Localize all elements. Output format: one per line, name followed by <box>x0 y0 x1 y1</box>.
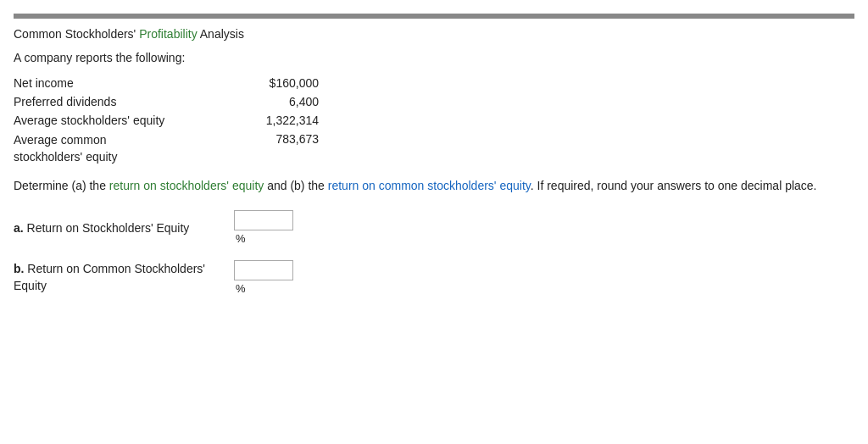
preferred-dividends-value: 6,400 <box>234 95 319 108</box>
page-container: Common Stockholders' Profitability Analy… <box>0 0 868 444</box>
net-income-value: $160,000 <box>234 76 319 90</box>
data-row-avg-stockholders-equity: Average stockholders' equity 1,322,314 <box>14 114 854 127</box>
answer-a-input-group: % <box>234 210 293 245</box>
data-row-net-income: Net income $160,000 <box>14 76 854 90</box>
answer-row-b: b. Return on Common Stockholders'Equity … <box>14 260 854 295</box>
answer-section: a. Return on Stockholders' Equity % b. R… <box>14 210 854 295</box>
data-row-preferred-dividends: Preferred dividends 6,400 <box>14 95 854 108</box>
answer-a-input[interactable] <box>234 210 293 230</box>
preferred-dividends-label: Preferred dividends <box>14 95 234 108</box>
link-return-on-common-equity: return on common stockholders' equity <box>328 179 531 192</box>
avg-stockholders-equity-value: 1,322,314 <box>234 114 319 127</box>
instructions-middle: and (b) the <box>264 179 328 192</box>
avg-stockholders-equity-label: Average stockholders' equity <box>14 114 234 127</box>
answer-a-percent: % <box>236 232 246 245</box>
intro-text: A company reports the following: <box>14 51 854 64</box>
answer-b-input[interactable] <box>234 260 293 280</box>
answer-a-label: a. Return on Stockholders' Equity <box>14 221 234 235</box>
instructions-prefix: Determine (a) the <box>14 179 109 192</box>
answer-row-a: a. Return on Stockholders' Equity % <box>14 210 854 245</box>
page-title: Common Stockholders' Profitability Analy… <box>14 27 854 41</box>
avg-common-equity-value: 783,673 <box>234 132 319 146</box>
top-bar <box>14 14 854 19</box>
instructions-text: Determine (a) the return on stockholders… <box>14 177 854 195</box>
title-prefix: Common Stockholders' <box>14 27 139 41</box>
net-income-label: Net income <box>14 76 234 90</box>
data-row-avg-common-equity: Average commonstockholders' equity 783,6… <box>14 132 854 165</box>
answer-b-input-group: % <box>234 260 293 295</box>
title-suffix: Analysis <box>198 27 244 41</box>
avg-common-equity-label: Average commonstockholders' equity <box>14 132 234 165</box>
answer-b-label: b. Return on Common Stockholders'Equity <box>14 261 234 294</box>
answer-b-percent: % <box>236 282 246 295</box>
title-highlight: Profitability <box>139 27 197 41</box>
data-table: Net income $160,000 Preferred dividends … <box>14 76 854 165</box>
instructions-suffix: . If required, round your answers to one… <box>531 179 817 192</box>
link-return-on-equity: return on stockholders' equity <box>109 179 264 192</box>
